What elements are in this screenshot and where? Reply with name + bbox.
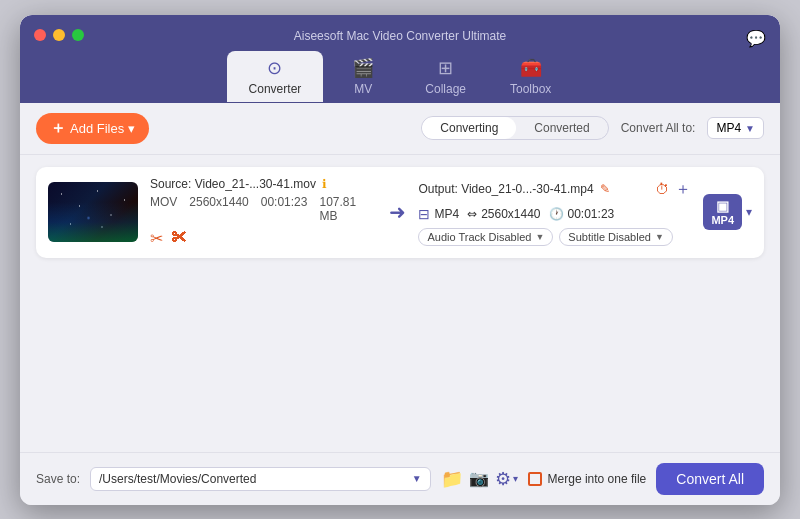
settings-area[interactable]: ⚙ ▾ — [495, 468, 518, 490]
info-circle-icon[interactable]: ⏱ — [655, 181, 669, 197]
mv-icon: 🎬 — [352, 57, 374, 79]
tab-bar: ⊙ Converter 🎬 MV ⊞ Collage 🧰 Toolbox — [227, 51, 574, 102]
add-files-label: Add Files — [70, 121, 124, 136]
source-duration: 00:01:23 — [261, 195, 308, 223]
maximize-button[interactable] — [72, 29, 84, 41]
tab-toolbox-label: Toolbox — [510, 82, 551, 96]
convert-all-button[interactable]: Convert All — [656, 463, 764, 495]
chat-icon[interactable]: 💬 — [746, 29, 766, 48]
clock-icon: 🕐 — [549, 207, 564, 221]
format-badge-arrow-icon[interactable]: ▾ — [746, 205, 752, 219]
app-title: Aiseesoft Mac Video Converter Ultimate — [294, 29, 507, 43]
merge-label: Merge into one file — [548, 472, 647, 486]
thumbnail-aurora — [48, 202, 138, 242]
bottom-icons: 📁 📷 ⚙ ▾ — [441, 468, 518, 490]
source-format: MOV — [150, 195, 177, 223]
converted-tab[interactable]: Converted — [516, 117, 607, 139]
minimize-button[interactable] — [53, 29, 65, 41]
trim-icon[interactable]: ✀ — [171, 229, 187, 248]
file-actions: ✂ ✀ — [150, 229, 377, 248]
folder-icon[interactable]: 📁 — [441, 468, 463, 490]
close-button[interactable] — [34, 29, 46, 41]
save-to-label: Save to: — [36, 472, 80, 486]
subtitle-arrow-icon: ▼ — [655, 232, 664, 242]
merge-checkbox[interactable] — [528, 472, 542, 486]
audio-track-select[interactable]: Audio Track Disabled ▼ — [418, 228, 553, 246]
gear-arrow-icon: ▾ — [513, 473, 518, 484]
bottom-bar: Save to: /Users/test/Movies/Converted ▼ … — [20, 452, 780, 505]
traffic-lights — [34, 29, 84, 41]
format-badge-icon: ▣ — [711, 198, 734, 214]
converter-icon: ⊙ — [267, 57, 282, 79]
format-badge-row: ▣ MP4 ▾ — [703, 194, 752, 230]
audio-track-arrow-icon: ▼ — [535, 232, 544, 242]
convert-all-format-value: MP4 — [716, 121, 741, 135]
converting-tab[interactable]: Converting — [422, 117, 516, 139]
tab-collage-label: Collage — [425, 82, 466, 96]
source-resolution: 2560x1440 — [189, 195, 248, 223]
tab-toolbox[interactable]: 🧰 Toolbox — [488, 51, 573, 102]
subtitle-select[interactable]: Subtitle Disabled ▼ — [559, 228, 672, 246]
collage-icon: ⊞ — [438, 57, 453, 79]
gear-icon[interactable]: ⚙ — [495, 468, 511, 490]
track-selects: Audio Track Disabled ▼ Subtitle Disabled… — [418, 228, 691, 246]
tab-converter-label: Converter — [249, 82, 302, 96]
output-action-icons: ⏱ ＋ — [655, 179, 691, 200]
file-row: Source: Video_21-...30-41.mov ℹ MOV 2560… — [36, 167, 764, 258]
convert-all-label: Convert All to: — [621, 121, 696, 135]
output-filename: Output: Video_21-0...-30-41.mp4 ✎ ⏱ ＋ — [418, 179, 691, 200]
output-resolution-badge: ⇔ 2560x1440 — [467, 207, 540, 221]
format-icon: ⊟ — [418, 206, 430, 222]
file-meta: MOV 2560x1440 00:01:23 107.81 MB — [150, 195, 377, 223]
titlebar: Aiseesoft Mac Video Converter Ultimate 💬… — [20, 15, 780, 103]
info-icon[interactable]: ℹ — [322, 177, 327, 191]
status-tabs: Converting Converted — [421, 116, 608, 140]
source-size: 107.81 MB — [319, 195, 377, 223]
format-select-arrow-icon: ▼ — [745, 123, 755, 134]
format-actions: ▣ MP4 ▾ — [703, 194, 752, 230]
add-output-icon[interactable]: ＋ — [675, 179, 691, 200]
arrow-icon: ➜ — [389, 200, 406, 224]
format-badge-label: MP4 — [711, 214, 734, 226]
format-badge: ▣ MP4 — [703, 194, 742, 230]
main-content: Source: Video_21-...30-41.mov ℹ MOV 2560… — [20, 155, 780, 452]
snapshot-icon[interactable]: 📷 — [469, 469, 489, 488]
plus-icon: ＋ — [50, 118, 66, 139]
add-files-button[interactable]: ＋ Add Files ▾ — [36, 113, 149, 144]
resolution-icon: ⇔ — [467, 207, 477, 221]
convert-all-format-select[interactable]: MP4 ▼ — [707, 117, 764, 139]
save-path-text: /Users/test/Movies/Converted — [99, 472, 412, 486]
tab-collage[interactable]: ⊞ Collage — [403, 51, 488, 102]
toolbox-icon: 🧰 — [520, 57, 542, 79]
save-path-arrow-icon: ▼ — [412, 473, 422, 484]
main-window: Aiseesoft Mac Video Converter Ultimate 💬… — [20, 15, 780, 505]
save-path-input[interactable]: /Users/test/Movies/Converted ▼ — [90, 467, 431, 491]
tab-mv-label: MV — [354, 82, 372, 96]
toolbar: ＋ Add Files ▾ Converting Converted Conve… — [20, 103, 780, 155]
output-duration-badge: 🕐 00:01:23 — [549, 207, 615, 221]
output-format-badge: ⊟ MP4 — [418, 206, 459, 222]
output-info: Output: Video_21-0...-30-41.mp4 ✎ ⏱ ＋ ⊟ … — [418, 179, 691, 246]
source-filename: Source: Video_21-...30-41.mov ℹ — [150, 177, 377, 191]
add-files-arrow-icon: ▾ — [128, 121, 135, 136]
source-info: Source: Video_21-...30-41.mov ℹ MOV 2560… — [150, 177, 377, 248]
cut-icon[interactable]: ✂ — [150, 229, 163, 248]
tab-mv[interactable]: 🎬 MV — [323, 51, 403, 102]
video-thumbnail — [48, 182, 138, 242]
edit-icon[interactable]: ✎ — [600, 182, 610, 196]
tab-converter[interactable]: ⊙ Converter — [227, 51, 324, 102]
merge-area: Merge into one file — [528, 472, 647, 486]
output-controls: ⊟ MP4 ⇔ 2560x1440 🕐 00:01:23 — [418, 206, 691, 222]
